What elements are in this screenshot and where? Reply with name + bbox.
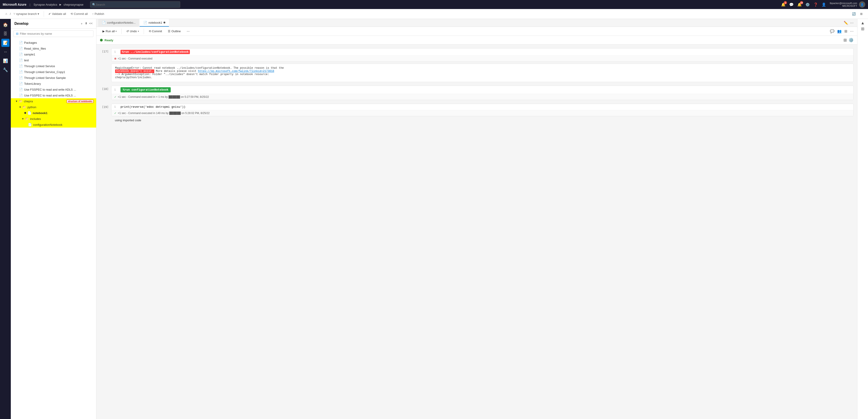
right-icon-2[interactable]: ⊞	[861, 26, 864, 31]
outline-btn[interactable]: ☰ Outline	[165, 28, 183, 34]
undo-chevron-icon: ▾	[138, 30, 139, 32]
sidebar-integrate-icon[interactable]: ↔	[1, 48, 9, 56]
sidebar-data-icon[interactable]: 🗄	[1, 30, 9, 38]
settings-nb-icon[interactable]: ⋯	[850, 29, 854, 33]
right-icon-1[interactable]: ▲	[861, 21, 865, 26]
gear-cell-icon[interactable]: ⚙️	[849, 38, 854, 42]
feedback-icon[interactable]: 💬	[789, 2, 794, 7]
error-link[interactable]: https://go.microsoft.com/fwlink/?linkid=…	[198, 70, 274, 73]
tree-item-fsspec-2[interactable]: 📄 Use FSSPEC to read and write ADLS ...	[11, 92, 96, 98]
run-all-btn[interactable]: ▶ Run all ▾	[100, 28, 119, 34]
user-email: tbpacker@microsoft.com	[830, 2, 857, 4]
top-nav-icons: 🔔 1 💬 🔔 23 ⚙️ ❓ 👤 tbpacker@microsoft.com…	[781, 1, 865, 8]
tab-notebook-icon: 📄	[143, 21, 147, 24]
tabs-bar: 📄 configurationNotebo... 📄 notebook1 ✏️ …	[96, 19, 857, 27]
tree-item-sample1[interactable]: 📄 sample1	[11, 51, 96, 57]
highlighted-tree-section: ▼ 📁 chepra structure of notebooks ▼ 📁 py…	[11, 98, 96, 127]
collapse-all-icon[interactable]: ⬇	[85, 22, 87, 26]
user-icon[interactable]: 👤	[822, 2, 826, 7]
cell-19-text-output: using imported code	[111, 116, 854, 124]
notebook-icon: 📄	[19, 47, 23, 50]
tabs-more-icon[interactable]: ⋯	[850, 21, 854, 25]
nav-workspace[interactable]: cheprasynapse	[63, 3, 83, 6]
tree-item-test[interactable]: 📄 test	[11, 57, 96, 63]
undo-btn[interactable]: ↺ Undo ▾	[124, 28, 141, 34]
commit-btn[interactable]: ⟲ Commit	[146, 28, 165, 34]
brand-logo: Microsoft Azure	[3, 3, 26, 6]
tree-item-linked-service[interactable]: 📄 Through Linked Service	[11, 63, 96, 69]
commit-icon: ⟲	[70, 12, 73, 16]
tree-item-token-library[interactable]: 📄 TokenLibrary	[11, 81, 96, 87]
sidebar-manage-icon[interactable]: 🔧	[1, 66, 9, 74]
tree-item-python[interactable]: ▼ 📁 python	[11, 104, 96, 110]
check-icon: ✓	[114, 112, 117, 115]
layout-btn[interactable]: ⊞	[858, 11, 864, 17]
collapse-icon: ▼	[22, 117, 24, 120]
global-search[interactable]: 🔍	[90, 1, 180, 8]
branch-icon: ⑂	[13, 12, 15, 16]
tab-notebook1[interactable]: 📄 notebook1	[140, 19, 169, 27]
validate-all-btn[interactable]: ✔ Validate all	[46, 11, 68, 17]
nav-chevron: ▶	[59, 3, 61, 6]
tree-item-linked-service-copy[interactable]: 📄 Through Linked Service_Copy1	[11, 69, 96, 75]
status-indicator	[100, 39, 103, 41]
comment-icon[interactable]: 💬	[830, 29, 834, 33]
notebook-icon: 📄	[19, 82, 23, 85]
cell-18-code[interactable]: 1 %run configurationNotebook ✓ <1 sec - …	[111, 86, 854, 100]
filter-icon: ⊟	[16, 32, 19, 35]
avatar[interactable]: 👤	[859, 1, 865, 8]
branch-selector[interactable]: ⑂ synapse branch ▾	[12, 11, 41, 17]
more-btn[interactable]: ⋯	[184, 28, 192, 34]
filter-input[interactable]	[20, 32, 91, 35]
tree-item-fsspec-1[interactable]: 📄 Use FSSPEC to read and write ADLS ...	[11, 87, 96, 92]
tree-item-notebook1[interactable]: 📄 notebook1	[11, 110, 96, 116]
path-sep: /	[10, 12, 11, 16]
notebook-icon: 📄	[19, 93, 23, 97]
file-tree: 📄 Packages 📄 Read_tdms_files 📄 sample1 📄…	[11, 39, 96, 419]
tree-item-configuration-notebook[interactable]: 📄 configurationNotebook	[11, 122, 96, 127]
publish-btn[interactable]: ↑ Publish	[90, 11, 106, 17]
cell-17-code[interactable]: 1 %run ../includes/configurationNotebook…	[111, 48, 854, 62]
tab-label: notebook1	[148, 21, 162, 24]
alerts-icon[interactable]: 🔔 23	[797, 2, 802, 7]
close-panel-icon[interactable]: <<	[89, 22, 93, 26]
status-text: Ready	[104, 38, 113, 42]
table-view-icon[interactable]: ⊞	[844, 29, 847, 33]
cell-19-number: [19]	[100, 104, 111, 109]
branch-name: synapse branch	[16, 12, 37, 16]
user-collab-icon[interactable]: 👥	[837, 29, 842, 33]
settings-icon[interactable]: ⚙️	[805, 2, 810, 7]
nav-service[interactable]: Synapse Analytics	[34, 3, 57, 6]
tree-item-packages[interactable]: 📄 Packages	[11, 40, 96, 46]
tab-dirty-indicator	[163, 22, 165, 24]
cell-19-code-text: print(reverse('edoc detropmi gnisu'))	[121, 105, 186, 109]
publish-icon: ↑	[92, 12, 94, 16]
git-icon-btn[interactable]: ⑃	[4, 11, 9, 17]
cell-17-body: 1 %run ../includes/configurationNotebook…	[111, 48, 854, 82]
tab-configuration-notebook[interactable]: 📄 configurationNotebo...	[98, 19, 139, 27]
search-input[interactable]	[96, 3, 178, 6]
add-resource-icon[interactable]: ＋	[80, 22, 83, 26]
tree-item-linked-service-sample[interactable]: 📄 Through Linked Service Sample	[11, 75, 96, 81]
alerts-badge: 23	[800, 1, 803, 4]
notebook-content: [17] 1 %run ../includes/configurationNot…	[96, 44, 857, 419]
edit-icon[interactable]: ✏️	[844, 21, 848, 25]
notebook-icon: 📄	[19, 88, 23, 91]
cell-19-code[interactable]: 1 print(reverse('edoc detropmi gnisu')) …	[111, 104, 854, 116]
refresh-btn[interactable]: 🔄	[850, 11, 858, 17]
help-icon[interactable]: ❓	[813, 2, 818, 7]
notifications-bell[interactable]: 🔔 1	[781, 2, 785, 7]
tree-item-read-tdms[interactable]: 📄 Read_tdms_files	[11, 46, 96, 51]
commit-all-btn[interactable]: ⟲ Commit all	[69, 11, 89, 17]
sidebar-develop-icon[interactable]: 📝	[1, 39, 9, 47]
cell-17-error-block: MagicUsageError: Cannot read notebook ..…	[111, 64, 854, 82]
sidebar-monitor-icon[interactable]: 📊	[1, 57, 9, 65]
tree-item-chepra[interactable]: ▼ 📁 chepra structure of notebooks	[11, 98, 96, 104]
settings-cell-icon[interactable]: ⊞	[843, 38, 847, 42]
outline-icon: ☰	[168, 30, 170, 33]
tree-item-includes[interactable]: ▼ 📁 includes	[11, 116, 96, 122]
nb-divider-2	[144, 29, 144, 34]
nb-divider-1	[121, 29, 122, 34]
cell-17-number: [17]	[100, 48, 111, 53]
sidebar-home-icon[interactable]: 🏠	[1, 21, 9, 29]
